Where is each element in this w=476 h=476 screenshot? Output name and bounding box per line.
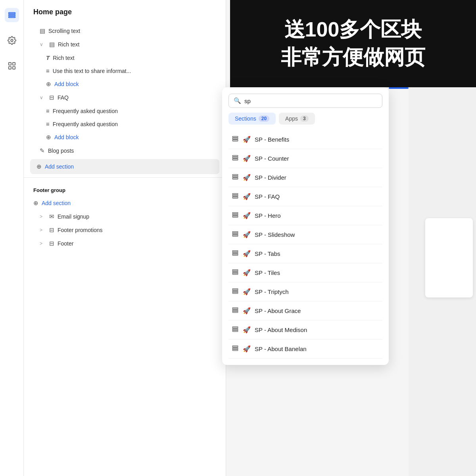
result-item[interactable]: 🚀 SP - Tiles <box>228 263 382 282</box>
result-item[interactable]: 🚀 SP - About Banelan <box>228 340 382 359</box>
section-grid-icon <box>232 306 239 315</box>
rocket-emoji: 🚀 <box>243 269 251 276</box>
result-label: SP - Tabs <box>255 250 280 257</box>
sidebar-icons <box>0 0 24 476</box>
search-icon: 🔍 <box>234 97 241 104</box>
tree-item-use-text[interactable]: ≡ Use this text to share informat... <box>24 64 226 77</box>
add-section-button-1[interactable]: ⊕ Add section <box>30 159 219 174</box>
svg-rect-11 <box>232 155 238 157</box>
result-item[interactable]: 🚀 SP - Slideshow <box>228 225 382 244</box>
search-input[interactable] <box>244 98 377 104</box>
tree-label: FAQ <box>58 94 216 101</box>
section-icon: ▤ <box>40 27 45 35</box>
tab-apps[interactable]: Apps 3 <box>279 113 315 125</box>
plus-circle-icon: ⊕ <box>36 163 42 170</box>
result-label: SP - Tiles <box>255 269 280 276</box>
result-item[interactable]: 🚀 SP - About Medison <box>228 321 382 340</box>
plus-circle-icon: ⊕ <box>46 81 51 88</box>
svg-point-3 <box>11 39 13 42</box>
chevron-right-icon: > <box>40 214 46 219</box>
result-item[interactable]: 🚀 SP - Triptych <box>228 282 382 301</box>
left-panel: Home page ▤ Scrolling text ∨ ▤ Rich text… <box>24 0 226 476</box>
tree-item-footer-promotions[interactable]: > ⊟ Footer promotions <box>24 223 226 237</box>
svg-rect-13 <box>232 159 238 160</box>
lines-icon: ≡ <box>46 67 50 74</box>
email-icon: ✉ <box>49 213 54 220</box>
result-item[interactable]: 🚀 SP - FAQ <box>228 187 382 206</box>
svg-rect-22 <box>232 216 238 217</box>
result-item[interactable]: 🚀 SP - About Grace <box>228 301 382 321</box>
plus-circle-icon: ⊕ <box>33 200 38 207</box>
svg-rect-41 <box>232 346 238 347</box>
tree-label: Use this text to share informat... <box>53 68 216 74</box>
result-label: SP - Hero <box>255 212 281 219</box>
svg-rect-33 <box>232 290 238 292</box>
add-section-label: Add section <box>45 163 213 170</box>
result-item[interactable]: 🚀 SP - Divider <box>228 168 382 187</box>
rocket-emoji: 🚀 <box>243 231 251 238</box>
tree-item-blog-posts[interactable]: ✎ Blog posts <box>24 144 226 157</box>
apps-icon[interactable] <box>5 59 19 73</box>
section-icon: ⊟ <box>49 94 54 101</box>
tab-sections[interactable]: Sections 20 <box>228 113 276 125</box>
result-item[interactable]: 🚀 SP - Counter <box>228 149 382 168</box>
section-grid-icon <box>232 249 239 258</box>
tab-row: Sections 20 Apps 3 <box>228 113 382 125</box>
add-block-button-1[interactable]: ⊕ Add block <box>24 77 226 91</box>
tab-sections-count: 20 <box>259 115 269 122</box>
svg-rect-29 <box>232 270 238 271</box>
svg-rect-32 <box>232 289 238 290</box>
tree-item-faq-q2[interactable]: ≡ Frequently asked question <box>24 117 226 131</box>
plus-circle-icon: ⊕ <box>46 134 51 141</box>
svg-rect-26 <box>232 251 238 252</box>
add-block-button-2[interactable]: ⊕ Add block <box>24 131 226 144</box>
result-item[interactable]: 🚀 SP - Tabs <box>228 244 382 263</box>
results-list: 🚀 SP - Benefits 🚀 SP - Counter 🚀 SP - Di… <box>228 130 382 359</box>
section-grid-icon <box>232 173 239 182</box>
tree-item-rich-text-child[interactable]: T Rich text <box>24 51 226 64</box>
tree-item-email-signup[interactable]: > ✉ Email signup <box>24 210 226 223</box>
tree-item-rich-text-parent[interactable]: ∨ ▤ Rich text <box>24 38 226 51</box>
svg-rect-6 <box>8 67 11 69</box>
settings-icon[interactable] <box>5 33 19 48</box>
svg-rect-16 <box>232 178 238 179</box>
result-label: SP - FAQ <box>255 193 280 200</box>
rocket-emoji: 🚀 <box>243 193 251 200</box>
add-section-button-2[interactable]: ⊕ Add section <box>24 196 226 210</box>
svg-rect-28 <box>232 254 238 255</box>
result-label: SP - Triptych <box>255 288 289 295</box>
svg-rect-10 <box>232 140 238 141</box>
rocket-emoji: 🚀 <box>243 307 251 315</box>
tree-item-footer[interactable]: > ⊟ Footer <box>24 237 226 250</box>
section-grid-icon <box>232 287 239 296</box>
result-label: SP - About Grace <box>255 307 301 314</box>
result-item[interactable]: 🚀 SP - Hero <box>228 206 382 225</box>
page-title: Home page <box>24 0 226 21</box>
svg-rect-42 <box>232 347 238 349</box>
tree-item-faq-q1[interactable]: ≡ Frequently asked question <box>24 104 226 117</box>
layers-icon[interactable] <box>5 8 19 22</box>
svg-rect-19 <box>232 197 238 198</box>
tree-label: Blog posts <box>48 148 216 154</box>
section-grid-icon <box>232 192 239 201</box>
section-grid-icon <box>232 211 239 220</box>
tree-item-scrolling-text[interactable]: ▤ Scrolling text <box>24 24 226 38</box>
rocket-emoji: 🚀 <box>243 212 251 219</box>
svg-rect-4 <box>8 63 11 65</box>
result-item[interactable]: 🚀 SP - Benefits <box>228 130 382 149</box>
result-label: SP - About Banelan <box>255 345 307 352</box>
svg-rect-23 <box>232 232 238 233</box>
svg-rect-15 <box>232 176 238 177</box>
svg-rect-18 <box>232 195 238 196</box>
chevron-right-icon: > <box>40 227 46 233</box>
result-label: SP - Counter <box>255 155 289 162</box>
section-grid-icon <box>232 344 239 353</box>
svg-rect-31 <box>232 273 238 274</box>
search-bar: 🔍 <box>228 94 382 108</box>
chevron-down-icon: ∨ <box>40 95 46 100</box>
tree-label: Frequently asked question <box>53 108 216 114</box>
svg-rect-37 <box>232 311 238 313</box>
add-block-label: Add block <box>54 134 216 140</box>
svg-rect-30 <box>232 271 238 273</box>
tree-item-faq-parent[interactable]: ∨ ⊟ FAQ <box>24 91 226 104</box>
